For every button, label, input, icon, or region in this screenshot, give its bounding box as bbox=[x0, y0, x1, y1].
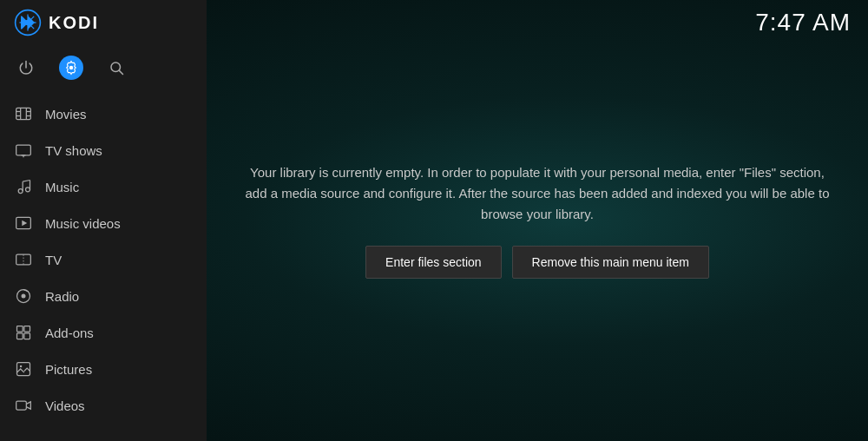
svg-rect-28 bbox=[16, 254, 31, 265]
search-icon bbox=[108, 60, 124, 76]
music-icon bbox=[14, 177, 33, 196]
videos-icon bbox=[14, 396, 33, 415]
pictures-label: Pictures bbox=[45, 362, 92, 377]
svg-marker-27 bbox=[22, 220, 27, 227]
tv-live-icon bbox=[14, 250, 33, 269]
svg-rect-11 bbox=[16, 108, 31, 119]
svg-point-31 bbox=[22, 294, 26, 299]
svg-point-8 bbox=[69, 66, 74, 70]
enter-files-button[interactable]: Enter files section bbox=[365, 246, 502, 279]
settings-button[interactable] bbox=[59, 56, 83, 80]
app-title: KODI bbox=[49, 13, 99, 33]
movies-icon bbox=[14, 104, 33, 123]
svg-rect-39 bbox=[16, 401, 27, 410]
nav-menu: Movies TV shows Music Music videos TV bbox=[0, 90, 207, 441]
remove-menu-item-button[interactable]: Remove this main menu item bbox=[512, 246, 709, 279]
addons-icon bbox=[14, 323, 33, 342]
sidebar-item-tv[interactable]: TV bbox=[0, 241, 207, 278]
search-button[interactable] bbox=[104, 56, 128, 80]
settings-icon bbox=[63, 60, 79, 76]
radio-icon bbox=[14, 286, 33, 306]
svg-line-25 bbox=[23, 181, 30, 182]
main-content: Your library is currently empty. In orde… bbox=[207, 0, 868, 441]
sidebar-item-music[interactable]: Music bbox=[0, 168, 207, 205]
sidebar-item-radio[interactable]: Radio bbox=[0, 278, 207, 314]
sidebar-item-videos[interactable]: Videos bbox=[0, 387, 207, 424]
music-videos-icon bbox=[14, 214, 33, 233]
sidebar-item-addons[interactable]: Add-ons bbox=[0, 314, 207, 351]
library-empty-description: Your library is currently empty. In orde… bbox=[242, 162, 832, 225]
top-icons-bar bbox=[0, 45, 207, 90]
sidebar-header: KODI bbox=[0, 0, 207, 45]
svg-point-22 bbox=[26, 188, 30, 192]
tv-shows-label: TV shows bbox=[45, 143, 102, 158]
power-icon bbox=[18, 60, 34, 76]
movies-label: Movies bbox=[45, 107, 87, 122]
sidebar-item-pictures[interactable]: Pictures bbox=[0, 351, 207, 387]
sidebar: KODI Movies bbox=[0, 0, 207, 441]
radio-label: Radio bbox=[45, 289, 79, 304]
content-box: Your library is currently empty. In orde… bbox=[225, 145, 850, 296]
action-buttons: Enter files section Remove this main men… bbox=[242, 246, 832, 279]
tv-label: TV bbox=[45, 253, 62, 267]
svg-rect-35 bbox=[17, 333, 23, 339]
sidebar-item-movies[interactable]: Movies bbox=[0, 95, 207, 132]
music-label: Music bbox=[45, 180, 79, 194]
svg-point-7 bbox=[25, 20, 30, 25]
svg-rect-34 bbox=[24, 326, 30, 332]
videos-label: Videos bbox=[45, 398, 85, 413]
pictures-icon bbox=[14, 359, 33, 378]
svg-point-38 bbox=[20, 365, 22, 368]
svg-point-21 bbox=[18, 189, 23, 194]
kodi-logo-icon bbox=[14, 9, 42, 36]
clock: 7:47 AM bbox=[755, 9, 851, 36]
svg-rect-18 bbox=[16, 145, 31, 155]
music-videos-label: Music videos bbox=[45, 216, 121, 231]
sidebar-item-music-videos[interactable]: Music videos bbox=[0, 205, 207, 241]
svg-line-10 bbox=[119, 70, 122, 74]
svg-rect-33 bbox=[17, 326, 23, 332]
tv-shows-icon bbox=[14, 141, 33, 160]
sidebar-item-tv-shows[interactable]: TV shows bbox=[0, 132, 207, 168]
addons-label: Add-ons bbox=[45, 326, 94, 340]
svg-rect-36 bbox=[24, 333, 30, 339]
power-button[interactable] bbox=[14, 56, 38, 80]
